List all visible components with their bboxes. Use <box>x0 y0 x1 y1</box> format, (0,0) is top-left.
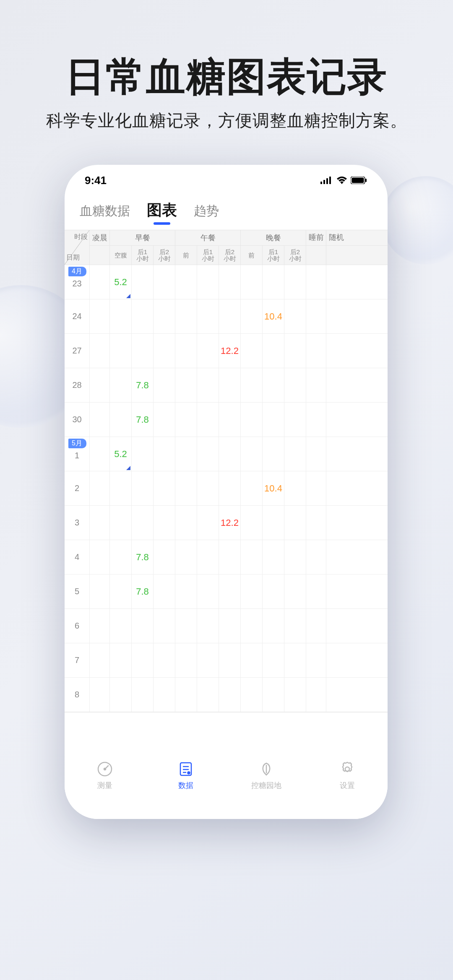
data-cell-lc[interactable] <box>90 403 110 437</box>
data-cell-rand[interactable] <box>326 334 346 368</box>
data-cell-wan_q[interactable] <box>241 678 263 712</box>
data-cell-wc_q[interactable] <box>175 299 197 333</box>
data-cell-rand[interactable] <box>326 265 346 299</box>
data-cell-wc_q[interactable] <box>175 334 197 368</box>
data-cell-wan_h1[interactable] <box>263 334 284 368</box>
data-cell-zc_kf[interactable] <box>110 403 132 437</box>
data-cell-wc_q[interactable] <box>175 609 197 643</box>
data-cell-sleep[interactable] <box>306 609 326 643</box>
data-cell-sleep[interactable] <box>306 437 326 471</box>
data-cell-wc_h1[interactable] <box>197 368 219 402</box>
data-cell-wan_h1[interactable]: 10.4 <box>263 471 284 505</box>
data-cell-wc_h1[interactable] <box>197 334 219 368</box>
data-cell-zc_kf[interactable] <box>110 540 132 574</box>
data-cell-rand[interactable] <box>326 643 346 677</box>
data-cell-rand[interactable] <box>326 540 346 574</box>
data-cell-wan_h1[interactable] <box>263 540 284 574</box>
data-cell-wan_h1[interactable] <box>263 643 284 677</box>
data-cell-wan_h1[interactable] <box>263 368 284 402</box>
data-cell-zc_h2[interactable] <box>154 403 175 437</box>
data-cell-sleep[interactable] <box>306 643 326 677</box>
data-cell-zc_h2[interactable] <box>154 506 175 540</box>
data-cell-wc_q[interactable] <box>175 540 197 574</box>
data-cell-wan_q[interactable] <box>241 574 263 608</box>
data-cell-sleep[interactable] <box>306 334 326 368</box>
data-cell-rand[interactable] <box>326 437 346 471</box>
tabbar-garden[interactable]: 控糖园地 <box>226 760 307 802</box>
data-cell-zc_kf[interactable]: 5.2 <box>110 437 132 471</box>
data-cell-zc_kf[interactable] <box>110 574 132 608</box>
data-cell-sleep[interactable] <box>306 471 326 505</box>
data-cell-lc[interactable] <box>90 643 110 677</box>
data-cell-wc_h2[interactable] <box>219 437 241 471</box>
data-cell-zc_kf[interactable] <box>110 609 132 643</box>
data-cell-wc_h2[interactable] <box>219 368 241 402</box>
tabbar-measure[interactable]: 测量 <box>65 760 146 802</box>
data-cell-zc_h1[interactable]: 7.8 <box>132 368 154 402</box>
data-cell-wan_q[interactable] <box>241 643 263 677</box>
data-cell-wan_h2[interactable] <box>284 643 306 677</box>
data-cell-wc_h1[interactable] <box>197 299 219 333</box>
data-cell-zc_h2[interactable] <box>154 265 175 299</box>
data-cell-wan_h1[interactable]: 10.4 <box>263 299 284 333</box>
tab-trend[interactable]: 趋势 <box>194 203 219 220</box>
data-cell-sleep[interactable] <box>306 574 326 608</box>
data-cell-zc_h2[interactable] <box>154 574 175 608</box>
data-cell-wc_q[interactable] <box>175 265 197 299</box>
data-cell-zc_h2[interactable] <box>154 609 175 643</box>
data-cell-wc_q[interactable] <box>175 506 197 540</box>
data-cell-wan_q[interactable] <box>241 609 263 643</box>
data-cell-lc[interactable] <box>90 574 110 608</box>
data-cell-zc_kf[interactable] <box>110 368 132 402</box>
data-cell-lc[interactable] <box>90 609 110 643</box>
data-cell-wan_q[interactable] <box>241 368 263 402</box>
data-cell-wan_q[interactable] <box>241 334 263 368</box>
data-cell-zc_h2[interactable] <box>154 368 175 402</box>
data-cell-wan_q[interactable] <box>241 540 263 574</box>
data-cell-sleep[interactable] <box>306 368 326 402</box>
data-cell-wc_h2[interactable]: 12.2 <box>219 334 241 368</box>
data-cell-wan_h1[interactable] <box>263 574 284 608</box>
data-cell-lc[interactable] <box>90 265 110 299</box>
data-cell-rand[interactable] <box>326 678 346 712</box>
data-cell-zc_h2[interactable] <box>154 437 175 471</box>
data-cell-rand[interactable] <box>326 506 346 540</box>
data-cell-rand[interactable] <box>326 609 346 643</box>
data-cell-zc_h2[interactable] <box>154 334 175 368</box>
data-cell-wan_h1[interactable] <box>263 403 284 437</box>
data-cell-rand[interactable] <box>326 471 346 505</box>
data-cell-sleep[interactable] <box>306 678 326 712</box>
data-cell-wc_q[interactable] <box>175 471 197 505</box>
data-cell-wan_h1[interactable] <box>263 265 284 299</box>
data-cell-zc_kf[interactable] <box>110 334 132 368</box>
data-cell-wc_h2[interactable] <box>219 643 241 677</box>
data-cell-wc_h1[interactable] <box>197 471 219 505</box>
data-cell-wan_h2[interactable] <box>284 437 306 471</box>
data-cell-zc_h1[interactable] <box>132 506 154 540</box>
data-cell-lc[interactable] <box>90 540 110 574</box>
tab-blood-sugar-data[interactable]: 血糖数据 <box>80 203 130 220</box>
data-cell-zc_h1[interactable] <box>132 471 154 505</box>
data-cell-wc_h2[interactable]: 12.2 <box>219 506 241 540</box>
data-cell-zc_kf[interactable] <box>110 471 132 505</box>
data-cell-zc_h1[interactable] <box>132 678 154 712</box>
data-cell-zc_kf[interactable] <box>110 506 132 540</box>
data-cell-zc_h1[interactable] <box>132 299 154 333</box>
data-cell-lc[interactable] <box>90 334 110 368</box>
data-cell-wc_q[interactable] <box>175 403 197 437</box>
data-cell-zc_h2[interactable] <box>154 471 175 505</box>
data-cell-wc_q[interactable] <box>175 437 197 471</box>
data-cell-lc[interactable] <box>90 368 110 402</box>
data-cell-sleep[interactable] <box>306 506 326 540</box>
data-cell-rand[interactable] <box>326 299 346 333</box>
data-cell-lc[interactable] <box>90 437 110 471</box>
data-cell-zc_h2[interactable] <box>154 540 175 574</box>
data-cell-wc_h1[interactable] <box>197 506 219 540</box>
data-cell-zc_h1[interactable] <box>132 609 154 643</box>
data-cell-wan_h1[interactable] <box>263 678 284 712</box>
data-cell-zc_h1[interactable] <box>132 643 154 677</box>
data-cell-wc_h2[interactable] <box>219 471 241 505</box>
data-cell-wc_q[interactable] <box>175 368 197 402</box>
data-cell-rand[interactable] <box>326 368 346 402</box>
data-cell-sleep[interactable] <box>306 540 326 574</box>
